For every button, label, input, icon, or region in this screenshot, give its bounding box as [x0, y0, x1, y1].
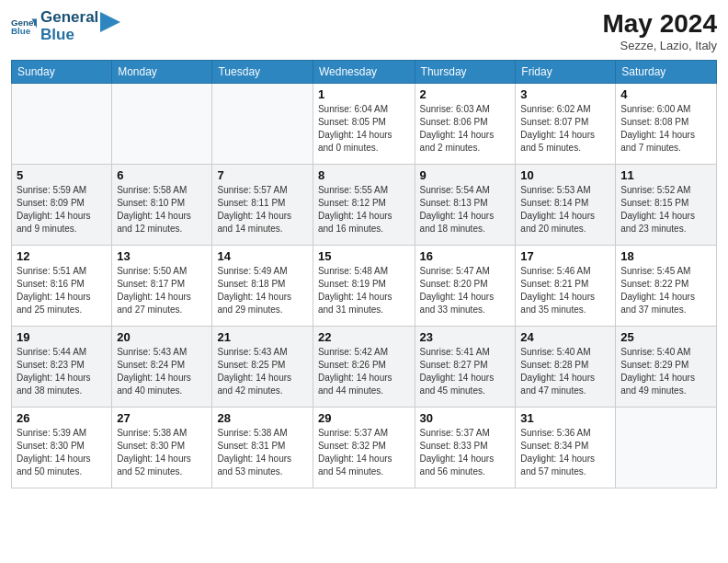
calendar-day-cell: 11Sunrise: 5:52 AM Sunset: 8:15 PM Dayli…	[616, 165, 717, 246]
day-info: Sunrise: 5:37 AM Sunset: 8:33 PM Dayligh…	[420, 427, 511, 478]
title-block: May 2024 Sezze, Lazio, Italy	[602, 9, 717, 52]
day-number: 29	[318, 411, 410, 425]
day-number: 18	[620, 249, 711, 263]
calendar-day-cell: 4Sunrise: 6:00 AM Sunset: 8:08 PM Daylig…	[616, 84, 717, 165]
day-info: Sunrise: 5:45 AM Sunset: 8:22 PM Dayligh…	[620, 265, 711, 316]
day-of-week-header: Tuesday	[212, 61, 313, 84]
day-of-week-header: Friday	[516, 61, 616, 84]
day-number: 22	[318, 330, 410, 344]
calendar-day-cell	[12, 84, 112, 165]
calendar-day-cell: 22Sunrise: 5:42 AM Sunset: 8:26 PM Dayli…	[313, 327, 415, 408]
day-info: Sunrise: 5:37 AM Sunset: 8:32 PM Dayligh…	[318, 427, 410, 478]
logo: General Blue General Blue	[11, 9, 120, 43]
day-info: Sunrise: 5:41 AM Sunset: 8:27 PM Dayligh…	[420, 346, 511, 397]
day-number: 30	[420, 411, 511, 425]
day-number: 3	[520, 87, 610, 101]
calendar-day-cell	[616, 408, 717, 488]
day-info: Sunrise: 5:36 AM Sunset: 8:34 PM Dayligh…	[520, 427, 610, 478]
day-number: 24	[520, 330, 610, 344]
day-info: Sunrise: 5:40 AM Sunset: 8:29 PM Dayligh…	[620, 346, 711, 397]
day-number: 19	[17, 330, 107, 344]
day-number: 27	[117, 411, 207, 425]
day-info: Sunrise: 5:44 AM Sunset: 8:23 PM Dayligh…	[17, 346, 107, 397]
logo-arrow-icon	[100, 12, 120, 32]
calendar-week-row: 19Sunrise: 5:44 AM Sunset: 8:23 PM Dayli…	[12, 327, 717, 408]
svg-marker-3	[100, 12, 120, 32]
day-info: Sunrise: 5:51 AM Sunset: 8:16 PM Dayligh…	[17, 265, 107, 316]
day-info: Sunrise: 5:40 AM Sunset: 8:28 PM Dayligh…	[520, 346, 610, 397]
day-number: 9	[420, 168, 511, 182]
month-year-title: May 2024	[602, 9, 717, 39]
calendar-day-cell: 29Sunrise: 5:37 AM Sunset: 8:32 PM Dayli…	[313, 408, 415, 488]
calendar-day-cell: 20Sunrise: 5:43 AM Sunset: 8:24 PM Dayli…	[112, 327, 212, 408]
day-number: 10	[520, 168, 610, 182]
logo-icon: General Blue	[11, 14, 37, 40]
day-number: 8	[318, 168, 410, 182]
day-number: 25	[620, 330, 711, 344]
calendar-day-cell: 19Sunrise: 5:44 AM Sunset: 8:23 PM Dayli…	[12, 327, 112, 408]
calendar-day-cell	[112, 84, 212, 165]
svg-text:Blue: Blue	[11, 26, 31, 36]
day-number: 28	[217, 411, 307, 425]
day-info: Sunrise: 6:04 AM Sunset: 8:05 PM Dayligh…	[318, 103, 410, 155]
calendar-day-cell: 7Sunrise: 5:57 AM Sunset: 8:11 PM Daylig…	[212, 165, 313, 246]
day-info: Sunrise: 5:39 AM Sunset: 8:30 PM Dayligh…	[17, 427, 107, 478]
day-number: 12	[17, 249, 107, 263]
day-of-week-header: Monday	[112, 61, 212, 84]
day-info: Sunrise: 6:03 AM Sunset: 8:06 PM Dayligh…	[420, 103, 511, 155]
day-number: 31	[520, 411, 610, 425]
calendar-day-cell: 5Sunrise: 5:59 AM Sunset: 8:09 PM Daylig…	[12, 165, 112, 246]
calendar-day-cell: 14Sunrise: 5:49 AM Sunset: 8:18 PM Dayli…	[212, 246, 313, 327]
calendar-day-cell: 31Sunrise: 5:36 AM Sunset: 8:34 PM Dayli…	[516, 408, 616, 488]
calendar-day-cell: 6Sunrise: 5:58 AM Sunset: 8:10 PM Daylig…	[112, 165, 212, 246]
logo-text-line1: General	[40, 9, 98, 27]
day-number: 13	[117, 249, 207, 263]
day-info: Sunrise: 5:38 AM Sunset: 8:30 PM Dayligh…	[117, 427, 207, 478]
calendar-day-cell: 15Sunrise: 5:48 AM Sunset: 8:19 PM Dayli…	[313, 246, 415, 327]
day-info: Sunrise: 5:42 AM Sunset: 8:26 PM Dayligh…	[318, 346, 410, 397]
calendar-day-cell: 8Sunrise: 5:55 AM Sunset: 8:12 PM Daylig…	[313, 165, 415, 246]
calendar-day-cell: 18Sunrise: 5:45 AM Sunset: 8:22 PM Dayli…	[616, 246, 717, 327]
location-subtitle: Sezze, Lazio, Italy	[602, 39, 717, 52]
day-info: Sunrise: 6:02 AM Sunset: 8:07 PM Dayligh…	[520, 103, 610, 155]
calendar-day-cell: 30Sunrise: 5:37 AM Sunset: 8:33 PM Dayli…	[415, 408, 516, 488]
day-info: Sunrise: 5:53 AM Sunset: 8:14 PM Dayligh…	[520, 184, 610, 236]
day-info: Sunrise: 5:57 AM Sunset: 8:11 PM Dayligh…	[217, 184, 307, 236]
day-info: Sunrise: 5:58 AM Sunset: 8:10 PM Dayligh…	[117, 184, 207, 236]
day-info: Sunrise: 5:50 AM Sunset: 8:17 PM Dayligh…	[117, 265, 207, 316]
calendar-day-cell: 24Sunrise: 5:40 AM Sunset: 8:28 PM Dayli…	[516, 327, 616, 408]
calendar-day-cell: 28Sunrise: 5:38 AM Sunset: 8:31 PM Dayli…	[212, 408, 313, 488]
day-info: Sunrise: 5:43 AM Sunset: 8:24 PM Dayligh…	[117, 346, 207, 397]
day-info: Sunrise: 5:49 AM Sunset: 8:18 PM Dayligh…	[217, 265, 307, 316]
calendar-week-row: 5Sunrise: 5:59 AM Sunset: 8:09 PM Daylig…	[12, 165, 717, 246]
day-info: Sunrise: 5:48 AM Sunset: 8:19 PM Dayligh…	[318, 265, 410, 316]
day-number: 14	[217, 249, 307, 263]
day-info: Sunrise: 5:54 AM Sunset: 8:13 PM Dayligh…	[420, 184, 511, 236]
calendar-week-row: 12Sunrise: 5:51 AM Sunset: 8:16 PM Dayli…	[12, 246, 717, 327]
day-of-week-header: Saturday	[616, 61, 717, 84]
day-of-week-header: Sunday	[12, 61, 112, 84]
day-number: 20	[117, 330, 207, 344]
calendar-day-cell	[212, 84, 313, 165]
day-number: 7	[217, 168, 307, 182]
calendar-day-cell: 12Sunrise: 5:51 AM Sunset: 8:16 PM Dayli…	[12, 246, 112, 327]
day-info: Sunrise: 5:47 AM Sunset: 8:20 PM Dayligh…	[420, 265, 511, 316]
day-number: 23	[420, 330, 511, 344]
calendar-day-cell: 23Sunrise: 5:41 AM Sunset: 8:27 PM Dayli…	[415, 327, 516, 408]
calendar-day-cell: 13Sunrise: 5:50 AM Sunset: 8:17 PM Dayli…	[112, 246, 212, 327]
calendar-day-cell: 25Sunrise: 5:40 AM Sunset: 8:29 PM Dayli…	[616, 327, 717, 408]
calendar-day-cell: 10Sunrise: 5:53 AM Sunset: 8:14 PM Dayli…	[516, 165, 616, 246]
day-info: Sunrise: 5:52 AM Sunset: 8:15 PM Dayligh…	[620, 184, 711, 236]
calendar-header-row: SundayMondayTuesdayWednesdayThursdayFrid…	[12, 61, 717, 84]
calendar-day-cell: 17Sunrise: 5:46 AM Sunset: 8:21 PM Dayli…	[516, 246, 616, 327]
day-number: 2	[420, 87, 511, 101]
page-container: General Blue General Blue May 2024 Sezze…	[0, 0, 728, 498]
calendar-day-cell: 21Sunrise: 5:43 AM Sunset: 8:25 PM Dayli…	[212, 327, 313, 408]
day-info: Sunrise: 5:55 AM Sunset: 8:12 PM Dayligh…	[318, 184, 410, 236]
calendar-week-row: 1Sunrise: 6:04 AM Sunset: 8:05 PM Daylig…	[12, 84, 717, 165]
calendar-day-cell: 27Sunrise: 5:38 AM Sunset: 8:30 PM Dayli…	[112, 408, 212, 488]
day-info: Sunrise: 5:46 AM Sunset: 8:21 PM Dayligh…	[520, 265, 610, 316]
day-number: 1	[318, 87, 410, 101]
day-number: 4	[620, 87, 711, 101]
calendar-day-cell: 16Sunrise: 5:47 AM Sunset: 8:20 PM Dayli…	[415, 246, 516, 327]
